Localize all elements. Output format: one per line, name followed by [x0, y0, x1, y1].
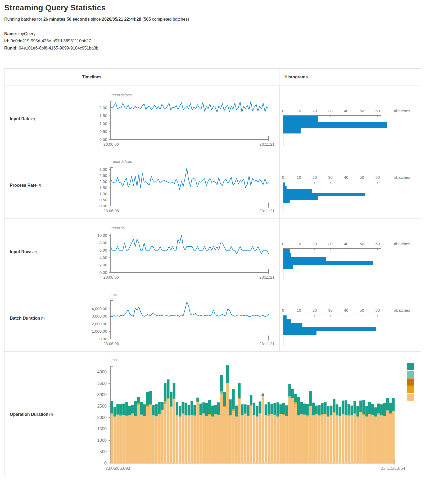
svg-text:1,000.00: 1,000.00 [92, 329, 107, 333]
legend-swatch [407, 363, 414, 370]
svg-text:2,000.00: 2,000.00 [92, 322, 107, 326]
svg-text:2500: 2500 [97, 404, 107, 408]
svg-text:60: 60 [375, 109, 380, 113]
query-runid-label: RunId: [4, 46, 18, 50]
row-label-text: Batch Duration [10, 316, 40, 321]
run-status-line: Running batches for 26 minutes 56 second… [4, 17, 189, 22]
row-label-batch-duration: Batch Duration(?) [4, 285, 78, 351]
svg-text:1500: 1500 [97, 427, 107, 431]
svg-text:20: 20 [313, 175, 317, 180]
svg-text:6.00: 6.00 [99, 248, 107, 252]
svg-text:23:11:21.864: 23:11:21.864 [381, 466, 405, 471]
svg-text:23:06:06: 23:06:06 [103, 142, 119, 146]
histograms-header-label: Histograms [284, 75, 308, 79]
page-title: Streaming Query Statistics [4, 3, 106, 12]
svg-text:20: 20 [313, 242, 317, 246]
svg-text:0.00: 0.00 [99, 270, 107, 275]
legend-swatch [407, 378, 414, 386]
process-rate-histogram-chart: 0102030405060#batches [279, 152, 421, 218]
svg-text:30: 30 [328, 109, 333, 113]
table-row-batch-duration: Batch Duration(?) ms4,000.003,000.002,00… [4, 285, 421, 351]
svg-text:2.00: 2.00 [99, 105, 107, 110]
operation-duration-stacked-chart: ms4000350030002500200015001000500023:06:… [78, 352, 420, 477]
svg-text:0.00: 0.00 [99, 204, 107, 208]
svg-text:4.00: 4.00 [99, 255, 107, 260]
input-rate-histogram-chart: 0102030405060#batches [279, 86, 421, 152]
table-header-row: Timelines Histograms [4, 69, 421, 86]
query-name-value: myQuery [18, 32, 35, 36]
svg-text:50: 50 [360, 308, 364, 313]
svg-text:0.00: 0.00 [99, 137, 107, 142]
row-label-input-rate: Input Rate(?) [4, 86, 78, 152]
svg-text:500: 500 [99, 449, 107, 454]
input-rows-histogram-chart: 0102030405060#batches [279, 219, 421, 285]
svg-text:20: 20 [313, 308, 317, 313]
query-runid-value: 04e101e6-8bf8-4165-9099-9104c951ba3b [19, 46, 98, 50]
svg-text:23:06:06: 23:06:06 [103, 275, 119, 279]
svg-text:#batches: #batches [394, 308, 410, 313]
svg-text:23:06:06.093: 23:06:06.093 [105, 466, 130, 471]
svg-text:records/sec: records/sec [111, 93, 132, 97]
run-status-prefix: Running batches for [4, 17, 43, 21]
row-label-operation-duration: Operation Duration(?) [4, 352, 78, 477]
svg-text:3500: 3500 [97, 381, 107, 386]
svg-text:23:11:21: 23:11:21 [259, 275, 274, 279]
legend-swatch [407, 394, 414, 401]
svg-text:2.00: 2.00 [99, 263, 107, 267]
timelines-header-label: Timelines [82, 75, 102, 79]
svg-text:40: 40 [344, 242, 349, 246]
svg-text:30: 30 [328, 175, 333, 180]
run-start-time: 2020/05/21 22:44:28 [102, 17, 141, 21]
legend [407, 363, 414, 401]
svg-text:40: 40 [344, 308, 349, 313]
help-icon[interactable]: (?) [33, 250, 37, 253]
input-rate-timeline-chart: records/sec2.001.501.000.500.0023:06:062… [78, 86, 279, 152]
row-label-process-rate: Process Rate(?) [4, 152, 78, 218]
svg-text:0: 0 [282, 308, 284, 313]
svg-text:23:06:06: 23:06:06 [103, 208, 119, 213]
row-label-text: Input Rate [10, 117, 30, 121]
svg-text:8.00: 8.00 [99, 240, 107, 245]
header-empty-cell [4, 69, 78, 86]
help-icon[interactable]: (?) [41, 317, 45, 320]
svg-text:50: 50 [360, 109, 364, 113]
svg-text:0: 0 [282, 242, 284, 246]
query-runid-line: RunId: 04e101e6-8bf8-4165-9099-9104c951b… [4, 46, 98, 51]
column-header-histograms: Histograms [279, 69, 421, 86]
svg-text:10: 10 [297, 242, 301, 246]
svg-text:1000: 1000 [97, 438, 107, 443]
row-label-text: Process Rate [10, 183, 37, 188]
help-icon[interactable]: (?) [49, 413, 53, 416]
help-icon[interactable]: (?) [37, 184, 41, 187]
query-name-line: Name: myQuery [4, 32, 35, 36]
query-id-line: Id: 9d0dd219-995d-423e-b97d-36931110bb27 [4, 39, 91, 43]
completed-batches-count: 505 [144, 17, 151, 21]
svg-text:40: 40 [344, 175, 349, 180]
table-row-input-rows: Input Rows(?) records10.008.006.004.002.… [4, 218, 421, 285]
row-label-input-rows: Input Rows(?) [4, 219, 78, 285]
row-label-text: Operation Duration [10, 412, 48, 417]
svg-text:#batches: #batches [394, 109, 410, 113]
table-row-operation-duration: Operation Duration(?) ms4000350030002500… [4, 351, 421, 477]
input-rows-timeline-chart: records10.008.006.004.002.000.0023:06:06… [78, 219, 279, 285]
svg-text:60: 60 [375, 175, 380, 180]
svg-text:2000: 2000 [97, 415, 107, 420]
query-name-label: Name: [4, 32, 17, 36]
svg-text:4000: 4000 [97, 370, 107, 374]
help-icon[interactable]: (?) [31, 117, 35, 120]
svg-text:records/sec: records/sec [111, 159, 132, 164]
svg-text:20: 20 [313, 109, 317, 113]
svg-text:1.50: 1.50 [99, 113, 107, 118]
svg-text:30: 30 [328, 308, 333, 313]
svg-text:0.50: 0.50 [99, 129, 107, 134]
run-duration: 26 minutes 56 seconds [43, 17, 90, 21]
svg-text:records: records [111, 226, 125, 230]
column-header-timelines: Timelines [78, 69, 279, 86]
svg-text:2.50: 2.50 [99, 173, 107, 178]
run-status-mid: since [90, 17, 102, 21]
svg-text:50: 50 [360, 175, 364, 180]
svg-text:#batches: #batches [394, 242, 410, 246]
svg-text:4,000.00: 4,000.00 [92, 306, 107, 311]
svg-text:0: 0 [282, 109, 284, 113]
run-status-paren: ( [141, 17, 144, 21]
